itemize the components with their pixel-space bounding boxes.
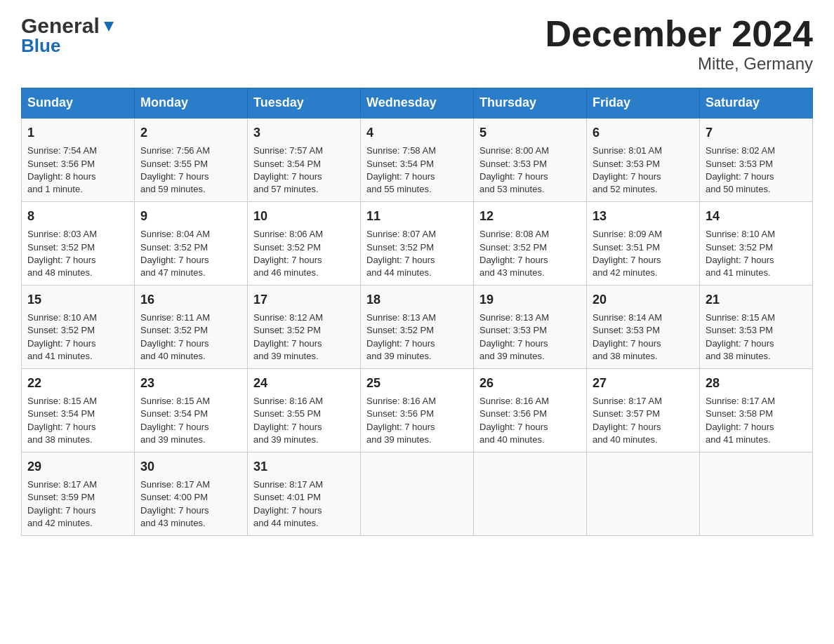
day-number: 18 — [366, 291, 468, 309]
day-info: Sunrise: 8:09 AM Sunset: 3:51 PM Dayligh… — [593, 228, 694, 279]
day-info: Sunrise: 8:17 AM Sunset: 4:01 PM Dayligh… — [253, 478, 355, 530]
table-row: 15Sunrise: 8:10 AM Sunset: 3:52 PM Dayli… — [22, 286, 135, 369]
day-number: 5 — [479, 124, 581, 142]
title-block: December 2024 Mitte, Germany — [545, 14, 813, 74]
day-number: 7 — [706, 124, 807, 142]
day-info: Sunrise: 7:56 AM Sunset: 3:55 PM Dayligh… — [140, 145, 241, 196]
day-number: 19 — [479, 291, 581, 309]
col-sunday: Sunday — [22, 88, 135, 119]
table-row: 21Sunrise: 8:15 AM Sunset: 3:53 PM Dayli… — [700, 286, 813, 369]
day-number: 27 — [593, 375, 694, 392]
svg-marker-0 — [104, 22, 114, 32]
day-number: 17 — [253, 291, 355, 309]
table-row: 17Sunrise: 8:12 AM Sunset: 3:52 PM Dayli… — [248, 286, 361, 369]
table-row: 13Sunrise: 8:09 AM Sunset: 3:51 PM Dayli… — [587, 202, 700, 286]
day-number: 9 — [140, 208, 241, 225]
day-number: 21 — [706, 291, 807, 309]
table-row: 28Sunrise: 8:17 AM Sunset: 3:58 PM Dayli… — [700, 369, 813, 452]
table-row — [474, 452, 587, 535]
day-number: 13 — [593, 208, 694, 225]
day-number: 25 — [366, 375, 468, 392]
page-title: December 2024 — [545, 14, 813, 54]
col-tuesday: Tuesday — [248, 88, 361, 119]
day-number: 31 — [253, 458, 355, 476]
day-info: Sunrise: 8:15 AM Sunset: 3:54 PM Dayligh… — [27, 395, 128, 446]
table-row — [361, 452, 474, 535]
day-info: Sunrise: 8:17 AM Sunset: 3:59 PM Dayligh… — [27, 478, 128, 530]
table-row: 9Sunrise: 8:04 AM Sunset: 3:52 PM Daylig… — [135, 202, 248, 286]
day-info: Sunrise: 7:58 AM Sunset: 3:54 PM Dayligh… — [366, 145, 468, 196]
table-row: 27Sunrise: 8:17 AM Sunset: 3:57 PM Dayli… — [587, 369, 700, 452]
table-row: 10Sunrise: 8:06 AM Sunset: 3:52 PM Dayli… — [248, 202, 361, 286]
day-number: 1 — [27, 124, 128, 142]
day-number: 12 — [479, 208, 581, 225]
day-info: Sunrise: 8:17 AM Sunset: 3:58 PM Dayligh… — [706, 395, 807, 446]
day-info: Sunrise: 8:02 AM Sunset: 3:53 PM Dayligh… — [706, 145, 807, 196]
day-info: Sunrise: 8:13 AM Sunset: 3:52 PM Dayligh… — [366, 311, 468, 363]
page-subtitle: Mitte, Germany — [545, 54, 813, 74]
table-row: 22Sunrise: 8:15 AM Sunset: 3:54 PM Dayli… — [22, 369, 135, 452]
day-number: 24 — [253, 375, 355, 392]
day-info: Sunrise: 8:17 AM Sunset: 4:00 PM Dayligh… — [140, 478, 241, 530]
table-row: 25Sunrise: 8:16 AM Sunset: 3:56 PM Dayli… — [361, 369, 474, 452]
day-info: Sunrise: 8:16 AM Sunset: 3:55 PM Dayligh… — [253, 395, 355, 446]
table-row: 5Sunrise: 8:00 AM Sunset: 3:53 PM Daylig… — [474, 118, 587, 201]
day-info: Sunrise: 8:06 AM Sunset: 3:52 PM Dayligh… — [253, 228, 355, 279]
day-info: Sunrise: 8:16 AM Sunset: 3:56 PM Dayligh… — [366, 395, 468, 446]
day-info: Sunrise: 8:10 AM Sunset: 3:52 PM Dayligh… — [706, 228, 807, 279]
calendar-week-row: 1Sunrise: 7:54 AM Sunset: 3:56 PM Daylig… — [22, 118, 813, 201]
col-thursday: Thursday — [474, 88, 587, 119]
table-row: 31Sunrise: 8:17 AM Sunset: 4:01 PM Dayli… — [248, 452, 361, 535]
calendar-body: 1Sunrise: 7:54 AM Sunset: 3:56 PM Daylig… — [22, 118, 813, 535]
table-row: 30Sunrise: 8:17 AM Sunset: 4:00 PM Dayli… — [135, 452, 248, 535]
day-number: 3 — [253, 124, 355, 142]
day-number: 6 — [593, 124, 694, 142]
day-number: 30 — [140, 458, 241, 476]
col-wednesday: Wednesday — [361, 88, 474, 119]
day-info: Sunrise: 8:04 AM Sunset: 3:52 PM Dayligh… — [140, 228, 241, 279]
table-row: 3Sunrise: 7:57 AM Sunset: 3:54 PM Daylig… — [248, 118, 361, 201]
day-number: 4 — [366, 124, 468, 142]
day-info: Sunrise: 8:12 AM Sunset: 3:52 PM Dayligh… — [253, 311, 355, 363]
day-info: Sunrise: 8:08 AM Sunset: 3:52 PM Dayligh… — [479, 228, 581, 279]
table-row: 18Sunrise: 8:13 AM Sunset: 3:52 PM Dayli… — [361, 286, 474, 369]
day-info: Sunrise: 8:07 AM Sunset: 3:52 PM Dayligh… — [366, 228, 468, 279]
logo-blue-text: Blue — [21, 35, 60, 57]
table-row: 29Sunrise: 8:17 AM Sunset: 3:59 PM Dayli… — [22, 452, 135, 535]
day-info: Sunrise: 8:17 AM Sunset: 3:57 PM Dayligh… — [593, 395, 694, 446]
calendar-week-row: 22Sunrise: 8:15 AM Sunset: 3:54 PM Dayli… — [22, 369, 813, 452]
col-saturday: Saturday — [700, 88, 813, 119]
day-number: 8 — [27, 208, 128, 225]
day-number: 23 — [140, 375, 241, 392]
day-number: 15 — [27, 291, 128, 309]
day-info: Sunrise: 8:01 AM Sunset: 3:53 PM Dayligh… — [593, 145, 694, 196]
day-number: 11 — [366, 208, 468, 225]
day-info: Sunrise: 8:00 AM Sunset: 3:53 PM Dayligh… — [479, 145, 581, 196]
table-row: 11Sunrise: 8:07 AM Sunset: 3:52 PM Dayli… — [361, 202, 474, 286]
day-info: Sunrise: 7:54 AM Sunset: 3:56 PM Dayligh… — [27, 145, 128, 196]
day-info: Sunrise: 8:16 AM Sunset: 3:56 PM Dayligh… — [479, 395, 581, 446]
day-number: 20 — [593, 291, 694, 309]
table-row: 16Sunrise: 8:11 AM Sunset: 3:52 PM Dayli… — [135, 286, 248, 369]
table-row: 4Sunrise: 7:58 AM Sunset: 3:54 PM Daylig… — [361, 118, 474, 201]
day-info: Sunrise: 8:15 AM Sunset: 3:53 PM Dayligh… — [706, 311, 807, 363]
calendar-week-row: 29Sunrise: 8:17 AM Sunset: 3:59 PM Dayli… — [22, 452, 813, 535]
table-row — [700, 452, 813, 535]
day-info: Sunrise: 8:14 AM Sunset: 3:53 PM Dayligh… — [593, 311, 694, 363]
calendar-header-row: Sunday Monday Tuesday Wednesday Thursday… — [22, 88, 813, 119]
day-number: 22 — [27, 375, 128, 392]
col-friday: Friday — [587, 88, 700, 119]
day-number: 28 — [706, 375, 807, 392]
table-row: 12Sunrise: 8:08 AM Sunset: 3:52 PM Dayli… — [474, 202, 587, 286]
day-info: Sunrise: 8:13 AM Sunset: 3:53 PM Dayligh… — [479, 311, 581, 363]
calendar-week-row: 15Sunrise: 8:10 AM Sunset: 3:52 PM Dayli… — [22, 286, 813, 369]
table-row — [587, 452, 700, 535]
day-info: Sunrise: 8:10 AM Sunset: 3:52 PM Dayligh… — [27, 311, 128, 363]
col-monday: Monday — [135, 88, 248, 119]
day-info: Sunrise: 8:11 AM Sunset: 3:52 PM Dayligh… — [140, 311, 241, 363]
day-info: Sunrise: 8:15 AM Sunset: 3:54 PM Dayligh… — [140, 395, 241, 446]
logo-general-text: General — [21, 14, 100, 38]
day-info: Sunrise: 7:57 AM Sunset: 3:54 PM Dayligh… — [253, 145, 355, 196]
calendar-week-row: 8Sunrise: 8:03 AM Sunset: 3:52 PM Daylig… — [22, 202, 813, 286]
day-number: 10 — [253, 208, 355, 225]
